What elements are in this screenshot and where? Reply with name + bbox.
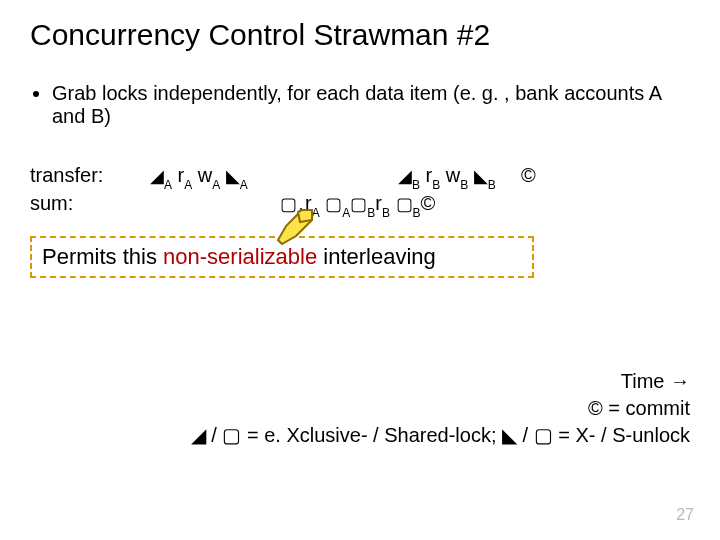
sub-a: A	[240, 178, 248, 192]
transfer-row: transfer: ◢A rA wA ◣A ◢B rB wB ◣B ©	[30, 164, 690, 190]
slock-icon: ▢	[325, 195, 342, 213]
slide-title: Concurrency Control Strawman #2	[30, 18, 690, 52]
sub-b: B	[413, 206, 421, 220]
op-wA: w	[198, 164, 212, 186]
unlock-icon: ◣	[226, 167, 240, 185]
sub-b: B	[460, 178, 468, 192]
slock-icon: ▢	[350, 195, 367, 213]
slock-icon: ▢	[396, 195, 413, 213]
arrow-icon	[274, 206, 316, 248]
bullet-list: Grab locks independently, for each data …	[30, 82, 690, 128]
sub-b: B	[367, 206, 375, 220]
sub-b: B	[432, 178, 440, 192]
legend-time: Time →	[150, 368, 690, 395]
sub-a: A	[164, 178, 172, 192]
transfer-sequence-right: ◢B rB wB ◣B ©	[398, 164, 536, 190]
op-rB: r	[375, 192, 382, 214]
sub-a: A	[212, 178, 220, 192]
commit-icon: ©	[521, 164, 536, 186]
unlock-icon: ◣	[474, 167, 488, 185]
transfer-label: transfer:	[30, 164, 150, 187]
sub-a: A	[342, 206, 350, 220]
sub-b: B	[382, 206, 390, 220]
sub-b: B	[412, 178, 420, 192]
legend-commit: © = commit	[150, 395, 690, 422]
sum-row: sum: ▢ArA ▢A▢BrB ▢B©	[30, 192, 690, 218]
transfer-sequence-left: ◢A rA wA ◣A	[150, 164, 248, 190]
sub-a: A	[184, 178, 192, 192]
legend-commit-sym: © =	[588, 397, 626, 419]
page-number: 27	[676, 506, 694, 524]
sum-label: sum:	[30, 192, 150, 215]
bullet-item: Grab locks independently, for each data …	[52, 82, 690, 128]
legend-commit-word: commit	[626, 397, 690, 419]
lock-icon: ◢	[398, 167, 412, 185]
callout-text: this	[123, 244, 163, 269]
commit-icon: ©	[421, 192, 436, 214]
lock-icon: ◢	[150, 167, 164, 185]
callout-text: Permits	[42, 244, 123, 269]
callout-text: interleaving	[317, 244, 436, 269]
legend: Time → © = commit ◢ / ▢ = e. Xclusive- /…	[150, 368, 690, 449]
op-wB: w	[446, 164, 460, 186]
sub-b: B	[488, 178, 496, 192]
legend-locks: ◢ / ▢ = e. Xclusive- / Shared-lock; ◣ / …	[150, 422, 690, 449]
svg-marker-1	[298, 210, 312, 222]
